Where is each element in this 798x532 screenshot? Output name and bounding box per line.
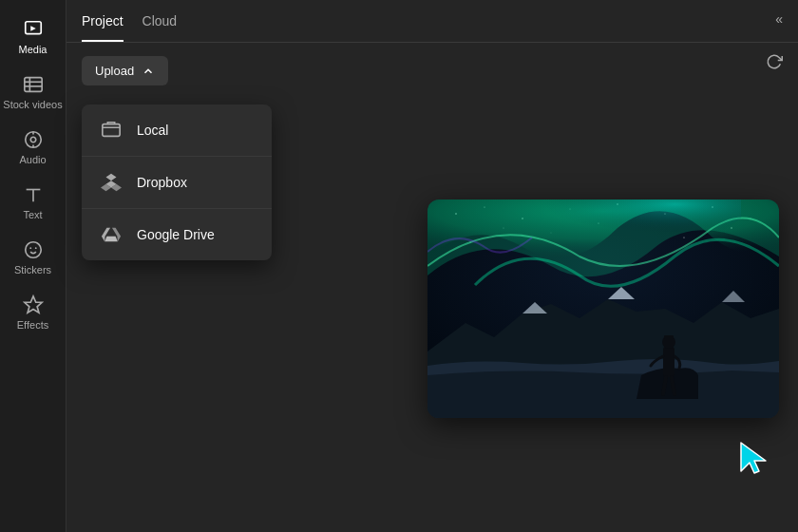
- text-icon: [23, 184, 44, 205]
- sidebar-item-media[interactable]: Media: [0, 10, 66, 65]
- collapse-button[interactable]: «: [775, 11, 783, 27]
- svg-point-7: [30, 137, 36, 142]
- upload-label: Upload: [95, 64, 134, 78]
- sidebar-item-label-text: Text: [23, 209, 42, 220]
- refresh-button[interactable]: [766, 53, 783, 75]
- svg-rect-2: [24, 78, 41, 92]
- dropbox-icon: [101, 172, 122, 193]
- tab-cloud[interactable]: Cloud: [142, 13, 178, 42]
- cursor-pointer: [733, 439, 771, 477]
- sidebar-item-label-audio: Audio: [19, 154, 46, 165]
- svg-point-13: [29, 247, 31, 249]
- dropdown-item-google-drive[interactable]: Google Drive: [82, 209, 272, 260]
- svg-point-12: [25, 242, 41, 258]
- sidebar-item-label-effects: Effects: [17, 319, 48, 331]
- aurora-svg: [428, 200, 779, 418]
- local-icon: [101, 120, 122, 141]
- svg-rect-16: [103, 124, 120, 137]
- dropdown-item-label-google-drive: Google Drive: [137, 227, 215, 242]
- sidebar-item-text[interactable]: Text: [0, 175, 66, 230]
- sidebar-item-audio[interactable]: Audio: [0, 120, 66, 175]
- sidebar-item-label-stickers: Stickers: [14, 264, 51, 276]
- aurora-preview-image: [428, 200, 779, 418]
- google-drive-icon: [101, 224, 122, 245]
- dropdown-item-label-local: Local: [137, 123, 168, 138]
- upload-dropdown: Local Dropbox Google Drive: [82, 104, 272, 260]
- dropdown-item-label-dropbox: Dropbox: [137, 175, 187, 190]
- header-tabs: Project Cloud «: [66, 0, 798, 43]
- sidebar-item-effects[interactable]: Effects: [0, 285, 66, 340]
- upload-section: Upload: [66, 43, 798, 99]
- chevron-up-icon: [142, 65, 155, 78]
- audio-icon: [23, 129, 44, 150]
- cursor-arrow-svg: [733, 439, 771, 477]
- dropdown-item-local[interactable]: Local: [82, 104, 272, 157]
- svg-rect-35: [664, 335, 674, 339]
- svg-marker-1: [30, 26, 36, 30]
- sidebar: Media Stock videos Audio Text: [0, 0, 66, 532]
- svg-rect-33: [663, 347, 674, 377]
- main-content: Project Cloud « Upload Local: [66, 0, 798, 532]
- effects-icon: [23, 294, 44, 315]
- svg-marker-37: [741, 443, 766, 473]
- sidebar-item-stickers[interactable]: Stickers: [0, 230, 66, 285]
- sidebar-item-label-stock-videos: Stock videos: [3, 99, 62, 110]
- stickers-icon: [23, 239, 44, 260]
- svg-marker-15: [24, 296, 41, 313]
- svg-point-14: [34, 247, 36, 249]
- media-icon: [23, 19, 44, 40]
- dropdown-item-dropbox[interactable]: Dropbox: [82, 157, 272, 209]
- upload-button[interactable]: Upload: [82, 56, 168, 86]
- sidebar-item-label-media: Media: [19, 44, 48, 55]
- sidebar-item-stock-videos[interactable]: Stock videos: [0, 65, 66, 120]
- tab-project[interactable]: Project: [82, 13, 124, 42]
- stock-videos-icon: [23, 74, 44, 95]
